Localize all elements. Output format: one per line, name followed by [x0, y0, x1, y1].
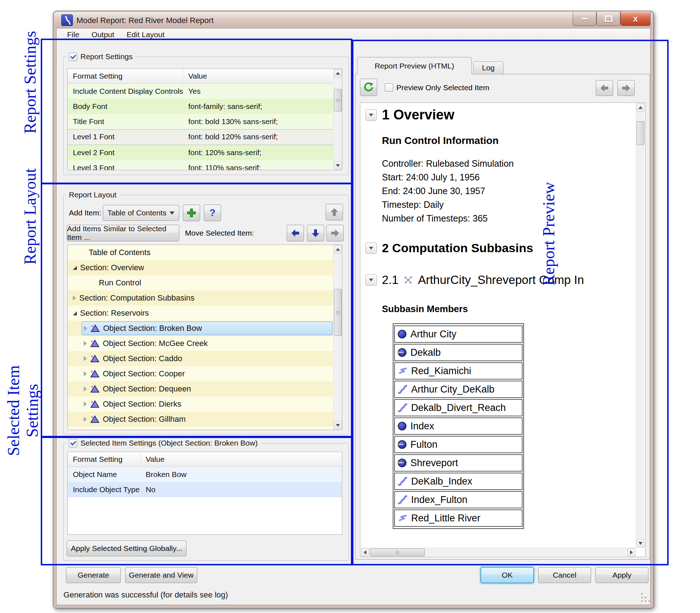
- maximize-button[interactable]: [596, 12, 620, 26]
- status-message: Generation was successful (for details s…: [63, 590, 228, 600]
- generate-button[interactable]: Generate: [66, 567, 121, 583]
- annotation-box-report-layout: [41, 183, 352, 437]
- menu-edit-layout[interactable]: Edit Layout: [120, 30, 171, 39]
- maximize-icon: [605, 16, 612, 22]
- minimize-icon: [582, 18, 587, 19]
- annotation-label-report-preview: Report Preview: [540, 182, 558, 285]
- annotation-label-report-settings: Report Settings: [21, 31, 40, 134]
- minimize-button[interactable]: [573, 12, 596, 26]
- annotation-box-report-preview: [352, 40, 669, 565]
- menu-output[interactable]: Output: [85, 30, 120, 39]
- close-button[interactable]: x: [620, 12, 651, 26]
- riverware-app-icon: [61, 14, 73, 26]
- ok-button[interactable]: OK: [481, 567, 534, 583]
- close-icon: x: [633, 14, 638, 23]
- annotation-box-selected-item: [41, 437, 352, 565]
- generate-and-view-button[interactable]: Generate and View: [125, 567, 197, 583]
- annotation-label-report-layout: Report Layout: [21, 168, 40, 265]
- cancel-button[interactable]: Cancel: [538, 567, 591, 583]
- annotation-label-selected-item: Selected Item Settings: [4, 365, 41, 456]
- menu-file[interactable]: File: [61, 30, 85, 39]
- window-title: Model Report: Red River Model Report: [76, 16, 213, 25]
- resize-grip[interactable]: [641, 593, 643, 595]
- apply-button[interactable]: Apply: [595, 567, 648, 583]
- annotation-box-report-settings: [41, 39, 352, 184]
